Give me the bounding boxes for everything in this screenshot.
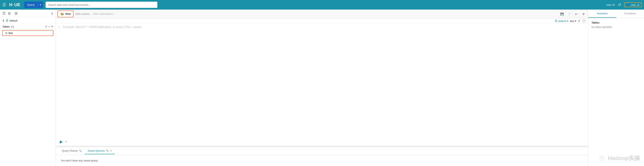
- functions-tab-label: Functions: [624, 12, 636, 15]
- jobs-settings-icon: ⚙: [612, 3, 615, 6]
- chevron-left-icon: ❮: [2, 19, 4, 22]
- saved-queries-refresh-icon[interactable]: ↻: [110, 150, 112, 152]
- query-button-label: Query: [24, 3, 38, 6]
- tag-button[interactable]: 🏷: [573, 11, 579, 17]
- no-tables-message: No tables identified.: [592, 26, 641, 28]
- jobs-button[interactable]: Jobs ⚙: [606, 3, 615, 6]
- tables-actions: ▽ + ↻: [45, 25, 53, 28]
- tables-label: Tables: [2, 25, 10, 28]
- save-document-button[interactable]: 💾: [559, 11, 565, 17]
- run-query-button[interactable]: ▶: [58, 139, 64, 145]
- right-tab-bar: Assistant Functions: [588, 9, 644, 18]
- sidebar-layers-icon[interactable]: ☰: [2, 11, 6, 15]
- table-grid-icon: ⊞: [5, 31, 8, 34]
- search-input[interactable]: [46, 1, 158, 8]
- database-name: default: [10, 19, 18, 22]
- sidebar-database-selector[interactable]: ❮ 🗄 default: [2, 19, 53, 22]
- saved-queries-label: Saved Queries: [88, 149, 105, 152]
- jobs-label: Jobs: [606, 3, 612, 6]
- sidebar-database-section: ❮ 🗄 default: [0, 17, 56, 24]
- refresh-tables-icon[interactable]: ↻: [51, 25, 53, 28]
- run-dropdown-icon: ▾: [66, 140, 67, 143]
- tables-count: (1): [11, 25, 14, 28]
- run-controls: ▶ ▾: [56, 138, 588, 146]
- sidebar-top-icons: ☰ ⧉ ⊞ ❮: [0, 9, 56, 17]
- bottom-tab-bar: Query History 🔍 Saved Queries 🔍 ↻: [56, 147, 588, 155]
- bottom-panel-content: You don't have any saved query.: [56, 155, 588, 166]
- database-selector-toolbar[interactable]: 🗄 default ▾: [555, 19, 568, 22]
- table-item-test[interactable]: ⊞ test: [2, 30, 53, 36]
- help-icon[interactable]: ?: [582, 19, 586, 23]
- user-menu-button[interactable]: 👤 user_w: [624, 2, 642, 7]
- add-table-icon[interactable]: +: [48, 25, 50, 28]
- text-selector-label: text: [570, 19, 574, 22]
- code-placeholder: Example: SELECT * FROM tablename, or pre…: [63, 25, 142, 28]
- user-label: user_w: [631, 3, 639, 6]
- editor-area: 🐝 Hive Add a name... Add a description..…: [56, 9, 588, 166]
- query-history-search-icon[interactable]: 🔍: [79, 150, 82, 152]
- filter-icon[interactable]: ▽: [45, 25, 47, 28]
- query-history-tab[interactable]: Query History 🔍: [59, 148, 85, 154]
- bottom-panel: Query History 🔍 Saved Queries 🔍 ↻ You do…: [56, 147, 588, 166]
- code-editor-area[interactable]: 1 Example: SELECT * FROM tablename, or p…: [56, 24, 588, 138]
- database-icon: 🗄: [6, 19, 8, 22]
- functions-tab[interactable]: Functions: [616, 9, 644, 18]
- run-options-button[interactable]: ▾: [66, 140, 67, 143]
- tables-section-title: Tables: [592, 21, 641, 24]
- assistant-tab-label: Assistant: [597, 12, 608, 15]
- nav-right: Jobs ⚙ ↺ 👤 user_w: [606, 2, 642, 7]
- hue-logo: H·UE: [9, 2, 20, 7]
- right-panel-content: Tables No tables identified.: [588, 18, 644, 32]
- editor-tab-bar: 🐝 Hive Add a name... Add a description..…: [56, 9, 588, 18]
- table-name: test: [8, 31, 13, 34]
- new-document-button[interactable]: 📄: [566, 11, 572, 17]
- assistant-tab[interactable]: Assistant: [588, 9, 616, 18]
- tab-description-input[interactable]: Add a description...: [93, 12, 115, 15]
- query-button[interactable]: Query ▼: [24, 1, 43, 8]
- tab-toolbar-actions: 💾 📄 🏷 ⚙: [559, 11, 586, 17]
- editor-settings-button[interactable]: ⚙: [580, 11, 586, 17]
- hive-bee-icon: 🐝: [60, 12, 64, 16]
- hive-tab-label: Hive: [65, 12, 71, 15]
- main-layout: ☰ ⧉ ⊞ ❮ ❮ 🗄 default Tables (1) ▽ + ↻ ⊞ t…: [0, 9, 644, 166]
- top-navigation: ☰ H·UE Query ▼ Jobs ⚙ ↺ 👤 user_w: [0, 0, 644, 9]
- left-sidebar: ☰ ⧉ ⊞ ❮ ❮ 🗄 default Tables (1) ▽ + ↻ ⊞ t…: [0, 9, 56, 166]
- sidebar-copy-icon[interactable]: ⧉: [8, 11, 10, 15]
- db-selector-arrow: ▾: [567, 19, 568, 22]
- sidebar-grid-icon[interactable]: ⊞: [14, 11, 18, 15]
- query-settings-icon[interactable]: ⚙: [578, 19, 580, 22]
- db-selector-label: default: [558, 19, 566, 22]
- tables-header: Tables (1) ▽ + ↻: [0, 24, 56, 29]
- user-icon: 👤: [626, 3, 630, 6]
- right-panel: Assistant Functions Tables No tables ide…: [588, 9, 644, 166]
- history-button[interactable]: ↺: [618, 2, 621, 7]
- hive-editor-tab[interactable]: 🐝 Hive: [58, 10, 74, 17]
- tab-name-input[interactable]: Add a name...: [75, 12, 91, 15]
- db-selector-icon: 🗄: [555, 19, 558, 22]
- text-type-selector[interactable]: text ▾: [570, 19, 576, 22]
- saved-queries-search-icon[interactable]: 🔍: [106, 150, 109, 152]
- text-selector-arrow: ▾: [575, 19, 576, 22]
- line-number-1: 1: [58, 25, 60, 28]
- query-history-label: Query History: [62, 149, 78, 152]
- query-dropdown-icon[interactable]: ▼: [38, 3, 43, 6]
- empty-saved-queries-message: You don't have any saved query.: [61, 159, 98, 162]
- editor-toolbar: 🗄 default ▾ text ▾ ⚙ ?: [56, 18, 588, 24]
- code-editor-wrapper: 1 Example: SELECT * FROM tablename, or p…: [56, 24, 588, 146]
- sidebar-collapse-icon[interactable]: ❮: [51, 12, 53, 15]
- saved-queries-tab[interactable]: Saved Queries 🔍 ↻: [85, 148, 115, 154]
- hamburger-menu-icon[interactable]: ☰: [2, 2, 6, 7]
